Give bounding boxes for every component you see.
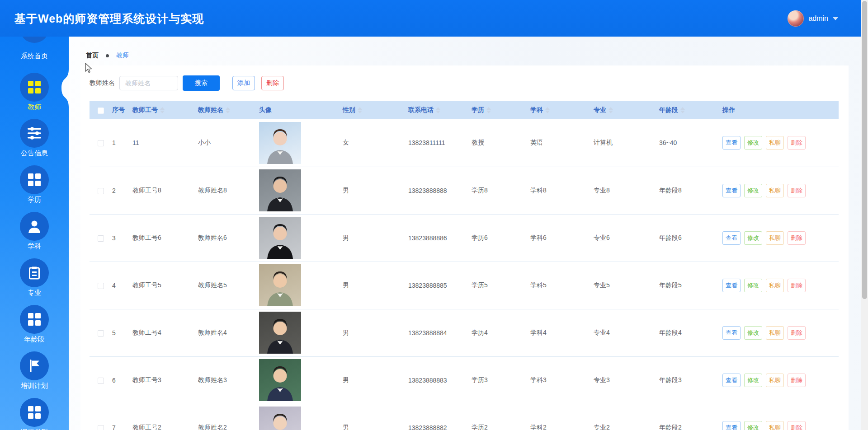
delete-button[interactable]: 删除 <box>261 76 284 90</box>
column-header[interactable]: 联系电话 <box>405 101 468 119</box>
view-action-button[interactable]: 查看 <box>722 184 741 197</box>
row-checkbox[interactable] <box>98 283 104 289</box>
cell-age_range: 年龄段8 <box>656 167 719 214</box>
column-header-label: 头像 <box>259 106 272 113</box>
view-action-button[interactable]: 查看 <box>722 231 741 245</box>
search-button[interactable]: 搜索 <box>183 75 220 91</box>
chat-action-button[interactable]: 私聊 <box>766 231 784 245</box>
column-header[interactable]: 性别 <box>339 101 405 119</box>
sidebar-item-6[interactable]: 专业 <box>0 258 69 297</box>
table-row: 7教师工号2教师姓名2男13823888882学历2学科2专业2年龄段2查看修改… <box>90 404 839 430</box>
row-checkbox[interactable] <box>98 425 104 430</box>
breadcrumb: 首页 教师 <box>86 51 129 60</box>
view-action-button[interactable]: 查看 <box>722 136 741 150</box>
column-header[interactable]: 学历 <box>468 101 527 119</box>
row-checkbox[interactable] <box>98 188 104 194</box>
cell-name: 教师姓名2 <box>194 404 255 430</box>
cell-subject: 英语 <box>527 119 590 167</box>
cell-gender: 女 <box>339 119 405 167</box>
column-header: 操作 <box>719 101 839 119</box>
cell-education: 学历8 <box>468 167 527 214</box>
sidebar-item-4[interactable]: 学历 <box>0 165 69 204</box>
person-icon <box>20 212 49 241</box>
chat-action-button[interactable]: 私聊 <box>766 136 784 150</box>
page: 基于Web的师资管理系统设计与实现 admin 系统首页教师公告信息学历学科专业… <box>0 0 868 430</box>
scrollbar-thumb[interactable] <box>862 1 867 299</box>
view-action-button[interactable]: 查看 <box>722 374 741 387</box>
sort-arrows-icon[interactable] <box>160 107 165 113</box>
user-menu[interactable]: admin <box>788 0 838 37</box>
edit-action-button[interactable]: 修改 <box>744 421 762 430</box>
column-header[interactable]: 专业 <box>590 101 656 119</box>
search-input[interactable] <box>119 76 178 90</box>
sidebar-item-3[interactable]: 公告信息 <box>0 119 69 158</box>
sort-arrows-icon[interactable] <box>609 107 613 113</box>
edit-action-button[interactable]: 修改 <box>744 184 762 197</box>
chat-action-button[interactable]: 私聊 <box>766 421 784 430</box>
chat-action-button[interactable]: 私聊 <box>766 279 784 292</box>
chat-action-button[interactable]: 私聊 <box>766 326 784 340</box>
column-header[interactable]: 年龄段 <box>656 101 719 119</box>
sort-arrows-icon[interactable] <box>680 107 685 113</box>
breadcrumb-current[interactable]: 教师 <box>116 51 129 60</box>
sidebar-item-9[interactable]: 课程类型 <box>0 398 69 430</box>
flag-icon <box>20 351 49 380</box>
sidebar-item-1[interactable]: 系统首页 <box>0 37 69 61</box>
column-header[interactable]: 教师工号 <box>129 101 194 119</box>
table-row: 3教师工号6教师姓名6男13823888886学历6学科6专业6年龄段6查看修改… <box>90 214 839 262</box>
delete-action-button[interactable]: 删除 <box>788 374 806 387</box>
sidebar-item-label: 学历 <box>28 196 41 204</box>
chat-action-button[interactable]: 私聊 <box>766 374 784 387</box>
delete-action-button[interactable]: 删除 <box>788 184 806 197</box>
sort-arrows-icon[interactable] <box>545 107 550 113</box>
column-header[interactable]: 学科 <box>527 101 590 119</box>
sort-arrows-icon[interactable] <box>358 107 362 113</box>
delete-action-button[interactable]: 删除 <box>788 326 806 340</box>
cell-major: 专业4 <box>590 309 656 356</box>
edit-action-button[interactable]: 修改 <box>744 231 762 245</box>
teacher-photo <box>259 169 301 211</box>
sidebar-item-2[interactable]: 教师 <box>0 73 69 112</box>
sort-arrows-icon[interactable] <box>486 107 491 113</box>
sidebar-item-5[interactable]: 学科 <box>0 212 69 251</box>
delete-action-button[interactable]: 删除 <box>788 279 806 292</box>
cell-name: 教师姓名5 <box>194 262 255 309</box>
sidebar-item-7[interactable]: 年龄段 <box>0 305 69 344</box>
sidebar-item-8[interactable]: 培训计划 <box>0 351 69 390</box>
cell-name: 教师姓名6 <box>194 214 255 262</box>
row-checkbox[interactable] <box>98 330 104 337</box>
column-header-label: 教师工号 <box>132 106 158 113</box>
chat-action-button[interactable]: 私聊 <box>766 184 784 197</box>
cell-subject: 学科4 <box>527 309 590 356</box>
breadcrumb-home[interactable]: 首页 <box>86 51 99 60</box>
add-button[interactable]: 添加 <box>232 76 255 90</box>
delete-action-button[interactable]: 删除 <box>788 231 806 245</box>
view-action-button[interactable]: 查看 <box>722 279 741 292</box>
cell-teacher_id: 教师工号8 <box>129 167 194 214</box>
cell-age_range: 年龄段2 <box>656 404 719 430</box>
select-all-checkbox[interactable] <box>98 108 104 114</box>
sort-arrows-icon[interactable] <box>226 107 230 113</box>
vertical-scrollbar[interactable] <box>861 0 868 430</box>
view-action-button[interactable]: 查看 <box>722 421 741 430</box>
home-icon <box>20 37 49 43</box>
delete-action-button[interactable]: 删除 <box>788 421 806 430</box>
table-row: 111小小女13823811111教授英语计算机36~40查看修改私聊删除 <box>90 119 839 167</box>
table-row: 4教师工号5教师姓名5男13823888885学历5学科5专业5年龄段5查看修改… <box>90 262 839 309</box>
cell-subject: 学科3 <box>527 356 590 404</box>
sidebar: 系统首页教师公告信息学历学科专业年龄段培训计划课程类型 <box>0 37 69 430</box>
row-checkbox[interactable] <box>98 378 104 384</box>
table-header-row: 序号教师工号教师姓名头像性别联系电话学历学科专业年龄段操作 <box>90 101 839 119</box>
edit-action-button[interactable]: 修改 <box>744 374 762 387</box>
view-action-button[interactable]: 查看 <box>722 326 741 340</box>
delete-action-button[interactable]: 删除 <box>788 136 806 150</box>
column-header[interactable]: 教师姓名 <box>194 101 255 119</box>
row-checkbox[interactable] <box>98 140 104 146</box>
cell-teacher_id: 教师工号4 <box>129 309 194 356</box>
edit-action-button[interactable]: 修改 <box>744 279 762 292</box>
sort-arrows-icon[interactable] <box>436 107 440 113</box>
row-checkbox[interactable] <box>98 235 104 242</box>
edit-action-button[interactable]: 修改 <box>744 136 762 150</box>
edit-action-button[interactable]: 修改 <box>744 326 762 340</box>
cell-age_range: 36~40 <box>656 119 719 167</box>
